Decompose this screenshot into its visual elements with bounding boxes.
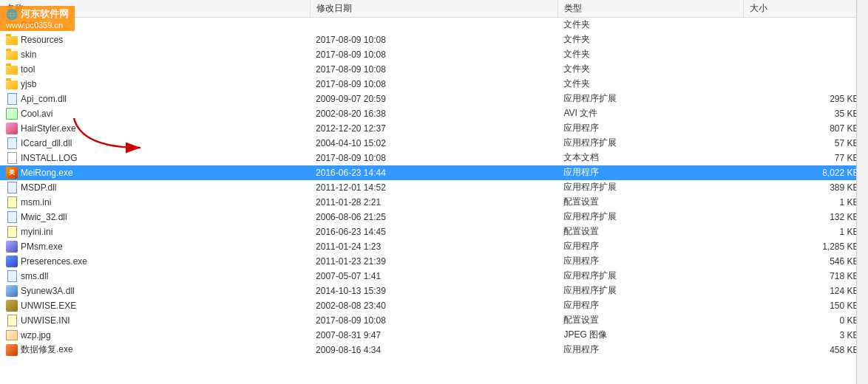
table-row[interactable]: HairStyler.exe 2012-12-20 12:37 应用程序 807… (0, 121, 868, 136)
file-date (310, 18, 557, 32)
table-row[interactable]: INSTALL.LOG 2017-08-09 10:08 文本文档 77 KB (0, 151, 868, 165)
file-list-container: 名称 修改日期 类型 大小 Odbc 文件夹 Resources 2017 (0, 0, 868, 384)
file-name-cell: Preserences.exe (0, 254, 310, 269)
file-name: Resources (21, 35, 63, 45)
file-name: Preserences.exe (21, 256, 87, 267)
file-size: 0 KB (744, 313, 868, 328)
table-row[interactable]: 数据修复.exe 2009-08-16 4:34 应用程序 458 KB (0, 343, 868, 357)
file-name-cell: Api_com.dll (0, 92, 310, 106)
table-row[interactable]: UNWISE.EXE 2002-08-08 23:40 应用程序 150 KB (0, 298, 868, 313)
file-icon-meirong: 美 (6, 167, 18, 179)
file-name-cell: Cool.avi (0, 106, 310, 121)
file-name: Mwic_32.dll (21, 212, 67, 222)
file-name: 数据修复.exe (21, 343, 73, 356)
table-row[interactable]: skin 2017-08-09 10:08 文件夹 (0, 47, 868, 62)
file-name: MSDP.dll (21, 182, 56, 193)
file-type: 配置设置 (557, 313, 743, 328)
file-icon-jpg (6, 329, 18, 341)
file-date: 2007-08-31 9:47 (310, 328, 557, 343)
file-date: 2002-08-20 16:38 (310, 106, 557, 121)
file-date: 2017-08-09 10:08 (310, 32, 557, 47)
file-name: MeiRong.exe (21, 168, 73, 178)
table-row[interactable]: msm.ini 2011-01-28 2:21 配置设置 1 KB (0, 195, 868, 210)
file-type: 应用程序扩展 (557, 136, 743, 151)
file-type: AVI 文件 (557, 106, 743, 121)
file-icon-dll (6, 270, 18, 282)
file-type: 文件夹 (557, 18, 743, 32)
table-row[interactable]: Syunew3A.dll 2014-10-13 15:39 应用程序扩展 124… (0, 284, 868, 298)
file-icon-log (6, 152, 18, 164)
file-type: 应用程序扩展 (557, 269, 743, 284)
file-date: 2012-12-20 12:37 (310, 121, 557, 136)
file-name-cell: Syunew3A.dll (0, 284, 310, 298)
file-size: 8,022 KB (744, 165, 868, 180)
file-type: 应用程序 (557, 165, 743, 180)
table-row[interactable]: Resources 2017-08-09 10:08 文件夹 (0, 32, 868, 47)
file-size: 57 KB (744, 136, 868, 151)
file-type: 应用程序 (557, 343, 743, 357)
file-name: PMsm.exe (21, 241, 63, 252)
file-name: Cool.avi (21, 109, 52, 119)
table-row[interactable]: sms.dll 2007-05-07 1:41 应用程序扩展 718 KB (0, 269, 868, 284)
file-size (744, 18, 868, 32)
table-row[interactable]: wzp.jpg 2007-08-31 9:47 JPEG 图像 3 KB (0, 328, 868, 343)
file-size: 35 KB (744, 106, 868, 121)
file-date: 2014-10-13 15:39 (310, 284, 557, 298)
file-size: 458 KB (744, 343, 868, 357)
file-type: 应用程序 (557, 298, 743, 313)
file-icon-ini (6, 226, 18, 238)
file-date: 2016-06-23 14:44 (310, 165, 557, 180)
file-icon-pmsm (6, 241, 18, 253)
table-row[interactable]: Api_com.dll 2009-09-07 20:59 应用程序扩展 295 … (0, 92, 868, 106)
file-type: 应用程序扩展 (557, 180, 743, 195)
file-date: 2017-08-09 10:08 (310, 47, 557, 62)
file-name: HairStyler.exe (21, 123, 76, 134)
table-row[interactable]: Mwic_32.dll 2006-08-06 21:25 应用程序扩展 132 … (0, 210, 868, 224)
table-row[interactable]: Preserences.exe 2011-01-23 21:39 应用程序 54… (0, 254, 868, 269)
file-name-cell: PMsm.exe (0, 239, 310, 254)
file-icon-dll (6, 93, 18, 105)
col-header-type[interactable]: 类型 (557, 0, 743, 18)
file-size: 718 KB (744, 269, 868, 284)
table-header: 名称 修改日期 类型 大小 (0, 0, 868, 18)
table-row[interactable]: ICcard_dll.dll 2004-04-10 15:02 应用程序扩展 5… (0, 136, 868, 151)
file-type: 应用程序扩展 (557, 210, 743, 224)
file-size: 546 KB (744, 254, 868, 269)
file-icon-folder (6, 34, 18, 46)
table-row[interactable]: MSDP.dll 2011-12-01 14:52 应用程序扩展 389 KB (0, 180, 868, 195)
table-row[interactable]: UNWISE.INI 2017-08-09 10:08 配置设置 0 KB (0, 313, 868, 328)
table-row[interactable]: yjsb 2017-08-09 10:08 文件夹 (0, 77, 868, 92)
file-type: 配置设置 (557, 224, 743, 239)
file-name-cell: UNWISE.INI (0, 313, 310, 328)
table-row[interactable]: Cool.avi 2002-08-20 16:38 AVI 文件 35 KB (0, 106, 868, 121)
file-name-cell: HairStyler.exe (0, 121, 310, 136)
file-icon-folder (6, 78, 18, 90)
file-name-cell: skin (0, 47, 310, 62)
file-icon-presences (6, 256, 18, 267)
file-date: 2017-08-09 10:08 (310, 77, 557, 92)
table-row[interactable]: PMsm.exe 2011-01-24 1:23 应用程序 1,285 KB (0, 239, 868, 254)
file-date: 2004-04-10 15:02 (310, 136, 557, 151)
col-header-date[interactable]: 修改日期 (310, 0, 557, 18)
file-name-cell: tool (0, 62, 310, 77)
file-date: 2007-05-07 1:41 (310, 269, 557, 284)
scrollbar[interactable] (856, 0, 868, 384)
table-row[interactable]: tool 2017-08-09 10:08 文件夹 (0, 62, 868, 77)
col-header-size[interactable]: 大小 (744, 0, 868, 18)
file-name-cell: yjsb (0, 77, 310, 92)
file-date: 2002-08-08 23:40 (310, 298, 557, 313)
file-type: 文本文档 (557, 151, 743, 165)
file-icon-avi (6, 108, 18, 120)
file-icon-folder (6, 64, 18, 75)
file-type: 文件夹 (557, 77, 743, 92)
file-name: INSTALL.LOG (21, 153, 77, 163)
file-type: 应用程序 (557, 121, 743, 136)
file-type: 应用程序 (557, 254, 743, 269)
table-row[interactable]: myini.ini 2016-06-23 14:45 配置设置 1 KB (0, 224, 868, 239)
file-icon-syunew (6, 285, 18, 297)
file-name-cell: ICcard_dll.dll (0, 136, 310, 151)
file-size: 295 KB (744, 92, 868, 106)
file-type: JPEG 图像 (557, 328, 743, 343)
table-row[interactable]: 美 MeiRong.exe 2016-06-23 14:44 应用程序 8,02… (0, 165, 868, 180)
table-row[interactable]: Odbc 文件夹 (0, 18, 868, 32)
